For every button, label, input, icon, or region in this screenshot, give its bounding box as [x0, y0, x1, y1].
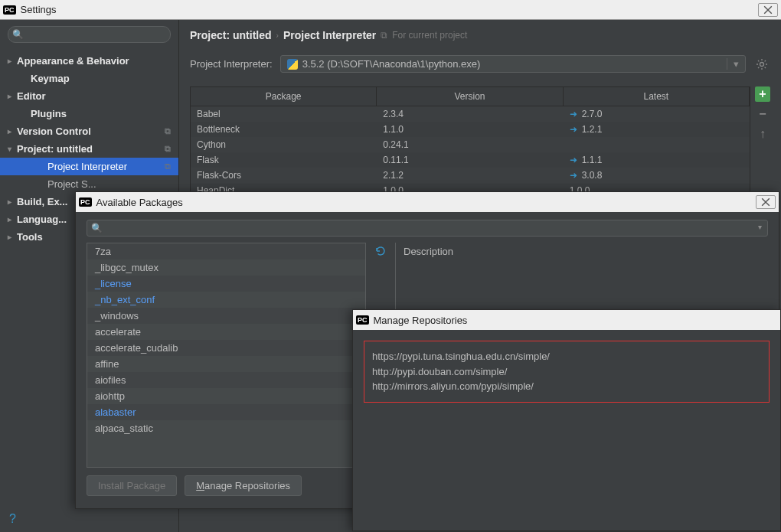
- table-row[interactable]: Babel2.3.4➜2.7.0: [191, 106, 750, 122]
- add-package-button[interactable]: +: [755, 86, 770, 102]
- repository-url[interactable]: http://pypi.douban.com/simple/: [372, 364, 761, 380]
- sidebar-item[interactable]: Project Interpreter⧉: [0, 158, 178, 175]
- list-item[interactable]: _libgcc_mutex: [87, 259, 365, 276]
- refresh-button[interactable]: [372, 243, 389, 259]
- list-item[interactable]: _windows: [87, 308, 365, 324]
- list-item[interactable]: 7za: [87, 243, 365, 259]
- dialog-title: Available Packages: [96, 197, 183, 208]
- list-item[interactable]: accelerate: [87, 324, 365, 340]
- close-icon: [761, 197, 770, 207]
- dialog-title: Manage Repositories: [374, 315, 468, 326]
- help-button[interactable]: ?: [0, 506, 178, 532]
- manage-repositories-dialog: PC Manage Repositories https://pypi.tuna…: [352, 309, 781, 531]
- sidebar-search-input[interactable]: [8, 26, 171, 43]
- packages-search-input[interactable]: [87, 220, 768, 237]
- table-row[interactable]: Flask-Cors2.1.2➜3.0.8: [191, 168, 750, 183]
- sidebar-item[interactable]: ▸Appearance & Behavior: [0, 52, 178, 70]
- pycharm-icon: PC: [79, 197, 92, 207]
- col-version[interactable]: Version: [377, 87, 563, 106]
- breadcrumb-page: Project Interpreter: [283, 29, 376, 41]
- breadcrumb: Project: untitled › Project Interpreter …: [190, 29, 770, 41]
- manage-repositories-button[interactable]: Manage Repositories: [185, 475, 302, 496]
- list-item[interactable]: _nb_ext_conf: [87, 292, 365, 308]
- chevron-down-icon[interactable]: ▾: [758, 223, 762, 231]
- table-row[interactable]: Cython0.24.1: [191, 137, 750, 152]
- interpreter-select[interactable]: 3.5.2 (D:\SOFT\Anaconda\1\python.exe) ▾: [280, 55, 746, 73]
- search-icon: 🔍: [91, 223, 103, 233]
- list-item[interactable]: alabaster: [87, 404, 365, 420]
- list-item[interactable]: aiofiles: [87, 372, 365, 388]
- chevron-down-icon: ▾: [727, 58, 739, 70]
- list-item[interactable]: aiohttp: [87, 388, 365, 404]
- window-close-button[interactable]: [758, 3, 778, 17]
- window-title: Settings: [21, 4, 57, 15]
- remove-package-button[interactable]: −: [755, 106, 770, 122]
- pycharm-icon: PC: [3, 5, 16, 15]
- interpreter-label: Project Interpreter:: [190, 58, 273, 70]
- pycharm-icon: PC: [356, 315, 369, 325]
- close-icon: [763, 5, 773, 15]
- sidebar-item[interactable]: ▸Editor: [0, 87, 178, 105]
- sidebar-item[interactable]: Plugins: [0, 105, 178, 122]
- copy-icon[interactable]: ⧉: [381, 30, 387, 41]
- interpreter-value: 3.5.2 (D:\SOFT\Anaconda\1\python.exe): [302, 58, 481, 70]
- table-row[interactable]: Flask0.11.1➜1.1.1: [191, 152, 750, 168]
- packages-list[interactable]: 7za_libgcc_mutex_license_nb_ext_conf_win…: [87, 243, 366, 468]
- repository-url[interactable]: https://pypi.tuna.tsinghua.edu.cn/simple…: [372, 349, 761, 364]
- sidebar-item[interactable]: ▸Version Control⧉: [0, 122, 178, 140]
- python-icon: [287, 59, 298, 70]
- chevron-right-icon: ›: [276, 31, 279, 40]
- repository-url[interactable]: http://mirrors.aliyun.com/pypi/simple/: [372, 379, 761, 394]
- interpreter-gear-button[interactable]: [753, 56, 770, 73]
- refresh-icon: [374, 245, 387, 257]
- dialog-close-button[interactable]: [756, 195, 776, 209]
- col-package[interactable]: Package: [191, 87, 377, 106]
- list-item[interactable]: _license: [87, 276, 365, 292]
- sidebar-item[interactable]: ▾Project: untitled⧉: [0, 140, 178, 158]
- available-packages-titlebar: PC Available Packages: [76, 192, 779, 212]
- svg-point-0: [760, 62, 764, 66]
- sidebar-item[interactable]: Keymap: [0, 70, 178, 87]
- gear-icon: [756, 58, 768, 70]
- install-package-button[interactable]: Install Package: [87, 475, 177, 496]
- list-item[interactable]: accelerate_cudalib: [87, 340, 365, 356]
- list-item[interactable]: affine: [87, 356, 365, 372]
- settings-titlebar: PC Settings: [0, 0, 781, 20]
- repositories-titlebar: PC Manage Repositories: [353, 310, 780, 330]
- upgrade-package-button[interactable]: ↑: [755, 126, 770, 142]
- breadcrumb-project: Project: untitled: [190, 29, 272, 41]
- description-label: Description: [404, 246, 453, 257]
- sidebar-item[interactable]: Project S...: [0, 175, 178, 193]
- sidebar-search[interactable]: 🔍: [8, 26, 171, 43]
- search-icon: 🔍: [12, 29, 24, 40]
- breadcrumb-hint: For current project: [392, 30, 467, 41]
- packages-table: Package Version Latest Babel2.3.4➜2.7.0B…: [190, 86, 750, 199]
- packages-search[interactable]: 🔍 ▾: [87, 220, 768, 237]
- repositories-list[interactable]: https://pypi.tuna.tsinghua.edu.cn/simple…: [364, 341, 770, 403]
- list-item[interactable]: alpaca_static: [87, 420, 365, 436]
- col-latest[interactable]: Latest: [564, 87, 750, 106]
- table-row[interactable]: Bottleneck1.1.0➜1.2.1: [191, 122, 750, 137]
